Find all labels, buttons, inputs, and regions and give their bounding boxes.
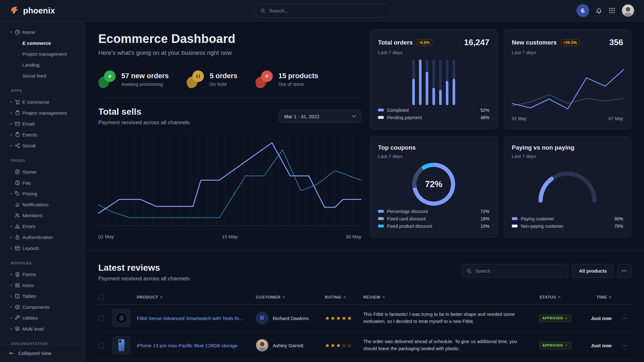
delta-badge: -6.8% [416,39,433,46]
apps-menu-button[interactable] [608,7,616,14]
divider [98,98,361,98]
row-actions-button[interactable]: ⋯ [618,342,631,349]
column-header-customer[interactable]: CUSTOMER⇅ [256,295,325,300]
sidebar-item-notifications[interactable]: Notifications [0,199,85,210]
new-customers-card: New customers +26.5% 356 Last 7 days 01 … [504,29,631,129]
phoenix-logo-icon [10,6,20,16]
sidebar-item-components[interactable]: ▸ Components [0,301,85,312]
orders-bar-chart [412,60,455,105]
sidebar-item-email[interactable]: ▸ Email [0,118,85,129]
row-actions-button[interactable]: ⋯ [618,315,631,321]
tag-icon [15,191,22,196]
card-period: Last 7 days [378,153,489,159]
customer-avatar[interactable]: R [256,312,269,325]
legend-swatch [378,116,384,119]
search-icon [466,268,471,274]
legend-row: Pending payment 48% [378,114,489,121]
brand[interactable]: phoenix [10,6,55,16]
column-header-rating[interactable]: RATING⇅ [325,295,363,300]
sidebar-item-authentication[interactable]: ▸ Authentication [0,232,85,243]
legend-row: Completed 52% [378,106,489,114]
all-products-button[interactable]: All products [572,264,614,278]
collapse-sidebar-button[interactable]: ⇤ Collapsed View [0,344,85,362]
theme-toggle-button[interactable] [576,4,589,17]
sidebar-item-members[interactable]: Members [0,210,85,221]
table-row: Fitbit Sense Advanced Smartwatch with To… [98,305,631,332]
row-checkbox[interactable] [98,315,104,321]
select-all-checkbox[interactable] [98,294,104,300]
global-search-input[interactable]: Search... [254,4,390,18]
product-thumbnail[interactable] [112,309,130,327]
sidebar-item-multi-level[interactable]: ▸ Multi level [0,323,85,334]
total-sells-subtitle: Payment received across all channels [98,119,189,126]
sidebar-subitem-e-commerce[interactable]: E commerce [0,37,85,48]
status-badge: APPROVED✓ [539,315,571,322]
bar [453,60,455,105]
column-header-product[interactable]: PRODUCT⇅ [137,295,256,300]
bar [432,60,435,105]
card-title: New customers [512,39,557,46]
grid-icon [15,283,22,288]
sidebar-item-errors[interactable]: ▸ Errors [0,221,85,232]
collapse-icon: ⇤ [10,350,14,357]
legend-row: Paying customer 30% [512,215,623,222]
sidebar-item-icons[interactable]: ▸ Icons [0,280,85,291]
column-header-status[interactable]: STATUS⇅ [539,295,581,300]
date-range-select[interactable]: Mar 1 - 31, 2022 [279,110,361,123]
sidebar-item-starter[interactable]: Starter [0,166,85,177]
bar [412,60,415,105]
bar [426,60,428,105]
reviews-search-input[interactable]: Search [462,264,568,278]
sidebar-item-events[interactable]: ▸ Events [0,129,85,140]
stat-icon: ★ [98,70,116,88]
warning-icon [15,224,22,229]
sidebar-section-title: PAGES [0,151,85,166]
notifications-button[interactable] [595,7,602,14]
table-row: It's a Mac, after all. Once you've gone … [98,359,631,362]
column-header-time[interactable]: TIME⇅ [581,295,618,300]
legend-swatch [512,217,518,220]
sidebar-item-forms[interactable]: ▸ Forms [0,269,85,280]
sort-icon: ⇅ [382,295,385,299]
pause-icon [192,70,204,82]
sidebar-item-home[interactable]: ▾ Home [0,27,85,37]
sidebar-item-social[interactable]: ▸ Social [0,140,85,151]
product-thumbnail[interactable] [112,336,130,354]
moon-icon [580,8,586,13]
user-avatar[interactable] [622,4,634,17]
sidebar: ▾ Home E commerceProject managementLandi… [0,21,85,362]
sidebar-item-faq[interactable]: Faq [0,177,85,188]
product-link[interactable]: Fitbit Sense Advanced Smartwatch with To… [137,316,249,321]
column-header-review[interactable]: REVIEW⇅ [363,295,539,300]
total-orders-value: 16,247 [464,37,489,47]
stat-icon [187,70,205,88]
mail-icon [15,121,22,127]
chevron-down-icon [352,115,356,118]
stat-icon: ✕ [255,70,273,88]
sidebar-item-e-commerce[interactable]: ▸ E commerce [0,96,85,107]
product-link[interactable]: iPhone 13 pro max-Pacific Blue-128GB sto… [137,343,249,348]
sidebar-subitem-project-management[interactable]: Project management [0,48,85,59]
sidebar-item-project-management[interactable]: ▸ Project management [0,107,85,118]
customer-avatar[interactable] [256,339,269,352]
sidebar-item-pricing[interactable]: ▸ Pricing [0,188,85,199]
legend-swatch [512,225,518,227]
sidebar-item-utilities[interactable]: ▸ Utilities [0,312,85,323]
bar [419,60,422,105]
sidebar-subitem-landing[interactable]: Landing [0,59,85,70]
x-tick: 07 May [608,116,623,121]
sidebar-section-title: APPS [0,81,85,96]
new-customers-chart [512,59,623,114]
layers-icon [15,326,22,332]
coupons-donut-chart: 72% [412,163,455,206]
sidebar-item-layouts[interactable]: ▸ Layouts [0,243,85,253]
legend-swatch [378,225,384,227]
sidebar-item-tables[interactable]: ▸ Tables [0,291,85,301]
paying-gauge-chart [512,167,623,205]
sidebar-subitem-social-feed[interactable]: Social feed [0,70,85,81]
cart-icon [15,99,22,105]
pie-chart-icon [15,29,22,35]
row-checkbox[interactable] [98,342,104,348]
more-options-button[interactable]: ⋯ [617,264,631,278]
x-tick: 01 May [98,234,114,239]
